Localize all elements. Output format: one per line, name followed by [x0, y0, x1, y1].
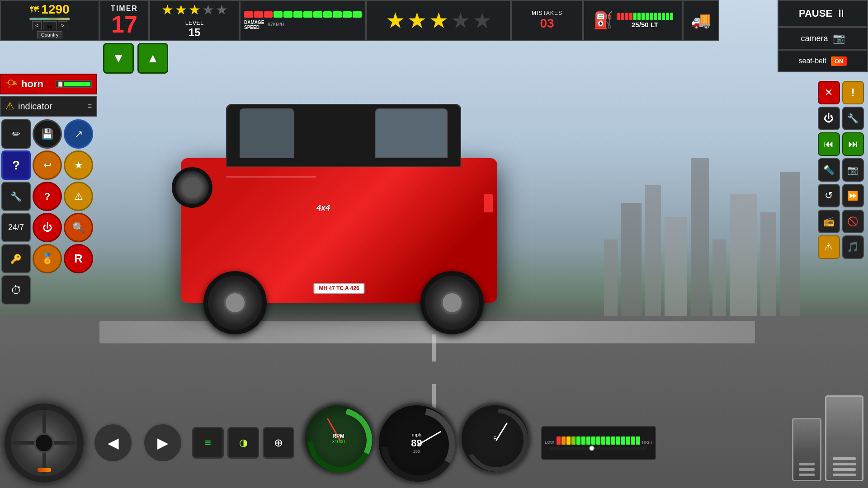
nav-forward-btn[interactable]: ▶	[142, 422, 183, 463]
camera-icon: 📷	[833, 33, 845, 44]
truck-panel: 🚚	[683, 0, 719, 41]
music-btn[interactable]: 🎵	[842, 235, 864, 259]
zoom-btn[interactable]: 🔍	[64, 213, 93, 242]
close-btn[interactable]: ✕	[818, 81, 840, 104]
next-btn[interactable]: ⏭	[842, 132, 864, 156]
building	[730, 194, 757, 330]
level-label: LEVEL	[185, 19, 203, 26]
minimap-prev-btn[interactable]: <	[32, 21, 42, 30]
building	[665, 217, 687, 330]
fuel-seg	[650, 13, 653, 20]
edit-btn[interactable]: ✏	[1, 119, 31, 149]
icon-grid: ✏ 💾 ↗ ? ↩ ★ 🔧 ? ⚠ 24/7 ⏻ 🔍 🔑 🏅 R ⏱	[0, 118, 97, 306]
steering-wheel[interactable]	[5, 400, 84, 486]
question-btn[interactable]: ?	[33, 182, 62, 211]
nav-back-btn[interactable]: ◀	[93, 422, 133, 463]
gear-down-btn[interactable]: ▼	[103, 43, 134, 74]
favorite-btn[interactable]: ★	[64, 150, 93, 180]
r-btn[interactable]: R	[64, 244, 93, 273]
light1-btn[interactable]: ≡	[192, 427, 224, 459]
horn-icon: 📯	[5, 78, 18, 90]
wrench2-btn[interactable]: 🔧	[842, 107, 864, 130]
building	[691, 158, 709, 330]
service-btn[interactable]: 24/7	[1, 213, 31, 242]
bottom-controls: ◀ ▶ ≡ ◑ ⊕ RPM ×1000	[0, 398, 588, 488]
gauge-low-label: LOW	[545, 440, 554, 445]
radio-btn[interactable]: 📻	[818, 210, 840, 233]
medal-btn[interactable]: 🏅	[33, 244, 62, 273]
fuel-icon: ⛽	[593, 11, 613, 30]
fuel-text: 25/50 LT	[617, 21, 673, 28]
fuel-seg	[637, 13, 641, 20]
tool-btn[interactable]: 🔧	[1, 182, 31, 211]
camera-box[interactable]: camera 📷	[778, 27, 868, 50]
big-star-4: ★	[451, 8, 470, 33]
horn-row: 📯 horn 📋	[0, 74, 97, 94]
help-btn[interactable]: ?	[1, 150, 31, 180]
accel-pedal[interactable]	[825, 395, 863, 481]
seatbelt-btn[interactable]: ON	[831, 56, 847, 66]
undo-btn[interactable]: ↺	[818, 184, 840, 207]
gear-up-btn[interactable]: ▲	[137, 43, 168, 74]
fuel-seg	[629, 13, 632, 20]
pedal-area	[792, 395, 863, 481]
damage-panel: DAMAGE SPEED 97KM/H	[240, 0, 366, 41]
flash-btn[interactable]: 🔦	[818, 158, 840, 182]
nosign-btn[interactable]: 🚫	[842, 210, 864, 233]
star-3: ★	[189, 2, 201, 18]
mistakes-value: 03	[540, 16, 554, 31]
return-btn[interactable]: ↩	[33, 150, 62, 180]
right-top-panel: PAUSE ⏸ camera 📷 seat-belt ON	[778, 0, 868, 72]
stars-level-panel: ★ ★ ★ ★ ★ LEVEL 15	[149, 0, 240, 41]
seatbelt-label: seat-belt	[799, 57, 826, 65]
power2-btn[interactable]: ⏻	[818, 107, 840, 130]
hp-seg	[264, 11, 273, 18]
minimap-distance: 1290	[41, 2, 69, 17]
big-star-5: ★	[472, 8, 492, 33]
big-star-3: ★	[429, 8, 448, 33]
light3-btn[interactable]: ⊕	[263, 427, 294, 459]
wrench-btn[interactable]: 🔑	[1, 244, 31, 273]
fuel-seg	[625, 13, 628, 20]
mistakes-panel: MISTAKES 03	[511, 0, 583, 41]
hp-seg	[244, 11, 253, 18]
minimap-next-btn[interactable]: >	[58, 21, 67, 30]
indicator-label: indicator	[18, 101, 52, 112]
fuel-panel: ⛽ 25/50 LT	[583, 0, 683, 41]
top-bar: 🗺 1290 < 🛣 > Country TIMER 17 ★ ★ ★	[0, 0, 778, 41]
gear-controls: ▼ ▲	[103, 43, 168, 74]
hp-seg	[353, 11, 362, 18]
hp-seg	[303, 11, 312, 18]
ff-btn[interactable]: ⏩	[842, 184, 864, 207]
pause-box[interactable]: PAUSE ⏸	[778, 0, 868, 27]
speedometer-btn[interactable]: ⏱	[1, 275, 31, 305]
light2-btn[interactable]: ◑	[227, 427, 259, 459]
building	[621, 203, 642, 330]
license-plate: MH 47 TC A 426	[313, 283, 364, 294]
mistakes-label: MISTAKES	[532, 10, 562, 16]
damage-label: DAMAGE	[244, 20, 264, 25]
fuel-seg	[670, 13, 673, 20]
camera-label: camera	[801, 34, 828, 43]
hp-seg	[274, 11, 283, 18]
minimap-icon: 🗺	[30, 5, 39, 15]
fuel-seg	[666, 13, 669, 20]
warning-btn[interactable]: ⚠	[64, 182, 93, 211]
share-btn[interactable]: ↗	[64, 119, 93, 149]
save-btn[interactable]: 💾	[33, 119, 62, 149]
fuel-seg	[658, 13, 661, 20]
alert2-btn[interactable]: ⚠	[818, 235, 840, 259]
fuel-seg	[646, 13, 649, 20]
brake-pedal[interactable]	[792, 418, 821, 481]
exclaim-btn[interactable]: !	[842, 81, 864, 104]
star-2: ★	[175, 2, 187, 18]
cam2-btn[interactable]: 📷	[842, 158, 864, 182]
power-btn[interactable]: ⏻	[33, 213, 62, 242]
big-star-1: ★	[386, 8, 405, 33]
hp-seg	[323, 11, 332, 18]
prev-btn[interactable]: ⏮	[818, 132, 840, 156]
star-5: ★	[216, 2, 228, 18]
fuel-seg	[621, 13, 624, 20]
svg-line-7	[496, 423, 507, 440]
seatbelt-box[interactable]: seat-belt ON	[778, 50, 868, 72]
